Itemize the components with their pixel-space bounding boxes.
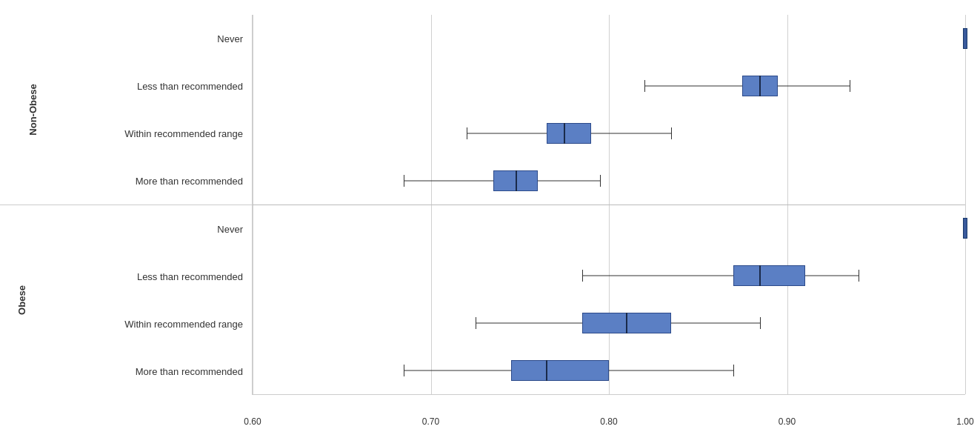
row-text-more-2: More than recommended	[136, 366, 243, 377]
whisker-cap-left	[476, 317, 476, 329]
row-label-less-2: Less than recommended	[0, 253, 252, 300]
group-label-obese: Obese	[16, 285, 27, 315]
row-label-more-1: More than recommended	[0, 157, 252, 205]
point-bar	[963, 28, 967, 50]
group-non-obese: Non-Obese Never Less than recommended Wi…	[0, 15, 252, 205]
group-divider	[253, 205, 965, 205]
x-tick-label: 0.70	[422, 416, 439, 427]
row-text-less-1: Less than recommended	[137, 81, 243, 92]
whisker-cap-left	[467, 127, 467, 139]
x-tick-label: 0.60	[244, 416, 261, 427]
y-axis-labels: Non-Obese Never Less than recommended Wi…	[0, 15, 252, 395]
median-line	[626, 313, 627, 334]
median-line	[564, 123, 565, 144]
chart-container: Non-Obese Never Less than recommended Wi…	[0, 0, 980, 432]
whisker-cap-right	[600, 175, 601, 187]
row-text-never-2: Never	[217, 224, 243, 235]
median-line	[759, 76, 761, 97]
whisker-cap-right	[733, 365, 734, 376]
x-tick-label: 1.00	[956, 416, 973, 427]
iqr-box	[733, 265, 804, 287]
point-bar	[963, 218, 967, 239]
median-line	[759, 265, 761, 287]
x-tick-label: 0.80	[600, 416, 617, 427]
iqr-box	[511, 360, 609, 382]
row-label-within-2: Within recommended range	[0, 300, 252, 348]
whisker-cap-left	[644, 80, 645, 92]
row-label-never-2: Never	[0, 205, 252, 253]
iqr-box	[547, 123, 591, 144]
row-text-within-2: Within recommended range	[124, 319, 243, 330]
row-text-never-1: Never	[217, 33, 243, 44]
row-label-never-1: Never	[0, 15, 252, 62]
whisker-cap-left	[404, 175, 404, 187]
median-line	[546, 360, 547, 382]
row-text-within-1: Within recommended range	[124, 128, 243, 139]
whisker-line	[582, 276, 859, 276]
whisker-cap-right	[671, 127, 672, 139]
row-text-less-2: Less than recommended	[137, 271, 243, 282]
row-label-more-2: More than recommended	[0, 348, 252, 395]
whisker-cap-right	[850, 80, 850, 92]
whisker-cap-right	[760, 317, 761, 329]
group-obese: Obese Never Less than recommended Within…	[0, 205, 252, 395]
median-line	[516, 170, 517, 192]
group-label-non-obese: Non-Obese	[27, 84, 39, 135]
whisker-cap-left	[582, 270, 583, 282]
whisker-cap-left	[404, 365, 404, 376]
x-tick-label: 0.90	[779, 416, 796, 427]
row-text-more-1: More than recommended	[136, 176, 243, 187]
whisker-cap-right	[859, 270, 859, 282]
grid-line	[965, 15, 966, 394]
plot-area: 0.600.700.800.901.00	[252, 15, 965, 395]
